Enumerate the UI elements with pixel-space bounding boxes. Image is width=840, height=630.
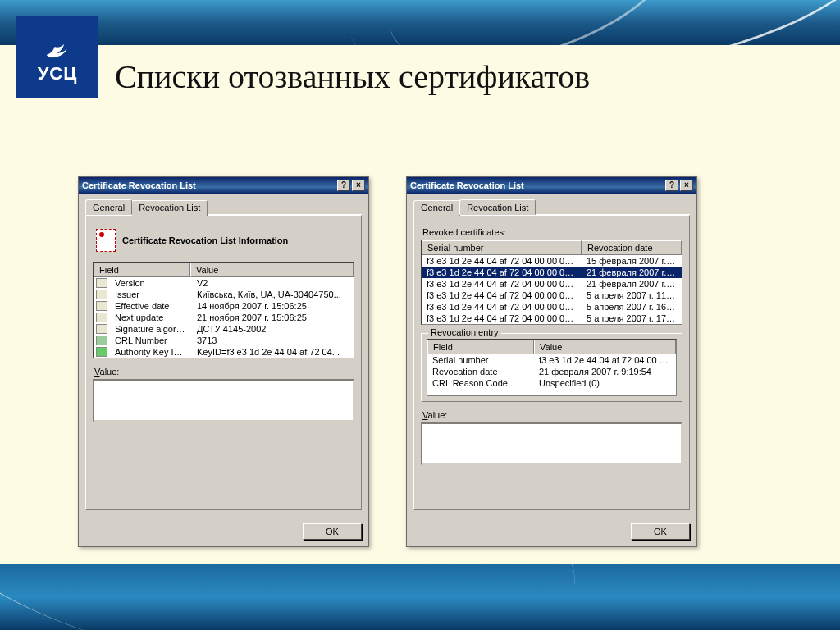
bird-icon	[41, 30, 74, 63]
cell-serial: f3 e3 1d 2e 44 04 af 72 04 00 00 00 ...	[422, 255, 582, 267]
table-row[interactable]: VersionV2	[94, 277, 354, 289]
cell-value: KeyID=f3 e3 1d 2e 44 04 af 72 04...	[192, 346, 354, 358]
cell-field: Next update	[110, 312, 192, 323]
table-row[interactable]: Signature algorithmДСТУ 4145-2002	[94, 323, 354, 335]
field-icon	[96, 301, 107, 311]
tab-revocation-list[interactable]: Revocation List	[131, 200, 208, 216]
table-row[interactable]: f3 e3 1d 2e 44 04 af 72 04 00 00 00 ...5…	[422, 290, 682, 301]
value-display[interactable]	[93, 379, 354, 422]
titlebar[interactable]: Certificate Revocation List ? ×	[79, 177, 368, 194]
cell-date: 5 апреля 2007 г. 16:25...	[582, 301, 682, 313]
close-button[interactable]: ×	[352, 180, 365, 191]
titlebar-text: Certificate Revocation List	[82, 180, 336, 190]
field-icon	[96, 324, 107, 334]
cell-value: V2	[192, 277, 354, 289]
slide-title: Списки отозванных сертификатов	[115, 57, 590, 96]
ok-button[interactable]: OK	[631, 523, 690, 540]
table-row[interactable]: f3 e3 1d 2e 44 04 af 72 04 00 00 00 ...2…	[422, 267, 682, 278]
certificate-list-icon	[96, 229, 116, 252]
tab-general[interactable]: General	[413, 200, 460, 216]
cell-field: CRL Number	[110, 335, 192, 346]
help-button[interactable]: ?	[337, 180, 350, 191]
general-fields-list[interactable]: Field Value VersionV2IssuerКиївська, Киї…	[93, 262, 354, 358]
field-icon	[96, 347, 107, 357]
table-row[interactable]: Next update21 ноября 2007 г. 15:06:25	[94, 312, 354, 323]
tab-strip: General Revocation List	[85, 199, 362, 215]
cell-field: CRL Reason Code	[427, 377, 534, 389]
top-banner	[0, 0, 840, 45]
field-icon	[96, 278, 107, 288]
table-row[interactable]: Revocation date21 февраля 2007 г. 9:19:5…	[427, 366, 676, 377]
help-button[interactable]: ?	[665, 180, 678, 191]
crl-info-heading: Certificate Revocation List Information	[96, 229, 351, 252]
col-field[interactable]: Field	[94, 262, 190, 277]
cell-value: Київська, Київ, UA, UA-30404750...	[192, 289, 354, 300]
revocation-entry-group: Revocation entry Field Value Serial numb…	[421, 333, 682, 402]
field-icon	[96, 313, 107, 322]
cell-serial: f3 e3 1d 2e 44 04 af 72 04 00 00 00 ...	[422, 267, 582, 278]
field-icon	[96, 290, 107, 299]
table-row[interactable]: Effective date14 ноября 2007 г. 15:06:25	[94, 300, 354, 312]
tab-strip: General Revocation List	[413, 199, 690, 215]
entry-fields-list[interactable]: Field Value Serial numberf3 e3 1d 2e 44 …	[427, 339, 677, 396]
cell-value: Unspecified (0)	[534, 377, 676, 389]
crl-dialog-revocation: Certificate Revocation List ? × General …	[406, 176, 697, 547]
cell-value: 21 ноября 2007 г. 15:06:25	[192, 312, 354, 323]
col-revocation-date[interactable]: Revocation date	[582, 240, 682, 255]
crl-info-text: Certificate Revocation List Information	[122, 235, 288, 245]
titlebar[interactable]: Certificate Revocation List ? ×	[407, 177, 696, 194]
cell-field: Version	[110, 277, 192, 289]
cell-value: 14 ноября 2007 г. 15:06:25	[192, 300, 354, 312]
value-label: Value:	[422, 410, 681, 420]
value-display[interactable]	[421, 422, 682, 465]
cell-value: 21 февраля 2007 г. 9:19:54	[534, 366, 676, 377]
value-label: Value:	[94, 367, 353, 377]
col-value[interactable]: Value	[534, 340, 676, 354]
tab-revocation-list[interactable]: Revocation List	[459, 199, 536, 215]
table-row[interactable]: Authority Key Iden...KeyID=f3 e3 1d 2e 4…	[94, 346, 354, 358]
cell-value: 3713	[192, 335, 354, 346]
table-row[interactable]: f3 e3 1d 2e 44 04 af 72 04 00 00 00 ...2…	[422, 278, 682, 290]
logo: УСЦ	[16, 16, 98, 98]
bottom-banner	[0, 564, 840, 630]
cell-field: Revocation date	[427, 366, 534, 377]
cell-serial: f3 e3 1d 2e 44 04 af 72 04 00 00 00 ...	[422, 313, 582, 324]
table-row[interactable]: CRL Reason CodeUnspecified (0)	[427, 377, 676, 389]
revoked-cert-list[interactable]: Serial number Revocation date f3 e3 1d 2…	[421, 240, 682, 325]
cell-date: 15 февраля 2007 г. 12...	[582, 255, 682, 267]
table-row[interactable]: IssuerКиївська, Київ, UA, UA-30404750...	[94, 289, 354, 300]
group-title: Revocation entry	[428, 327, 501, 337]
close-button[interactable]: ×	[680, 180, 693, 191]
cell-field: Serial number	[427, 354, 534, 366]
col-serial[interactable]: Serial number	[422, 240, 582, 255]
revoked-label: Revoked certificates:	[422, 227, 682, 237]
cell-field: Signature algorithm	[110, 323, 192, 335]
cell-date: 5 апреля 2007 г. 17:09...	[582, 313, 682, 324]
table-row[interactable]: CRL Number3713	[94, 335, 354, 346]
field-icon	[96, 336, 107, 345]
crl-dialog-general: Certificate Revocation List ? × General …	[78, 176, 369, 547]
col-field[interactable]: Field	[427, 340, 534, 354]
cell-serial: f3 e3 1d 2e 44 04 af 72 04 00 00 00 ...	[422, 290, 582, 301]
cell-date: 21 февраля 2007 г. 9:...	[582, 278, 682, 290]
table-row[interactable]: f3 e3 1d 2e 44 04 af 72 04 00 00 00 ...1…	[422, 255, 682, 267]
col-value[interactable]: Value	[190, 262, 354, 277]
cell-value: f3 e3 1d 2e 44 04 af 72 04 00 00 00 ...	[534, 354, 676, 366]
cell-value: ДСТУ 4145-2002	[192, 323, 354, 335]
titlebar-text: Certificate Revocation List	[410, 180, 664, 190]
cell-serial: f3 e3 1d 2e 44 04 af 72 04 00 00 00 ...	[422, 278, 582, 290]
table-row[interactable]: f3 e3 1d 2e 44 04 af 72 04 00 00 00 ...5…	[422, 313, 682, 324]
ok-button[interactable]: OK	[303, 523, 362, 540]
table-row[interactable]: f3 e3 1d 2e 44 04 af 72 04 00 00 00 ...5…	[422, 301, 682, 313]
table-row[interactable]: Serial numberf3 e3 1d 2e 44 04 af 72 04 …	[427, 354, 676, 366]
logo-text: УСЦ	[38, 63, 78, 84]
cell-date: 21 февраля 2007 г. 9:...	[582, 267, 682, 278]
cell-field: Authority Key Iden...	[110, 346, 192, 358]
cell-serial: f3 e3 1d 2e 44 04 af 72 04 00 00 00 ...	[422, 301, 582, 313]
cell-field: Issuer	[110, 289, 192, 300]
cell-date: 5 апреля 2007 г. 11:59...	[582, 290, 682, 301]
tab-general[interactable]: General	[85, 199, 132, 215]
cell-field: Effective date	[110, 300, 192, 312]
